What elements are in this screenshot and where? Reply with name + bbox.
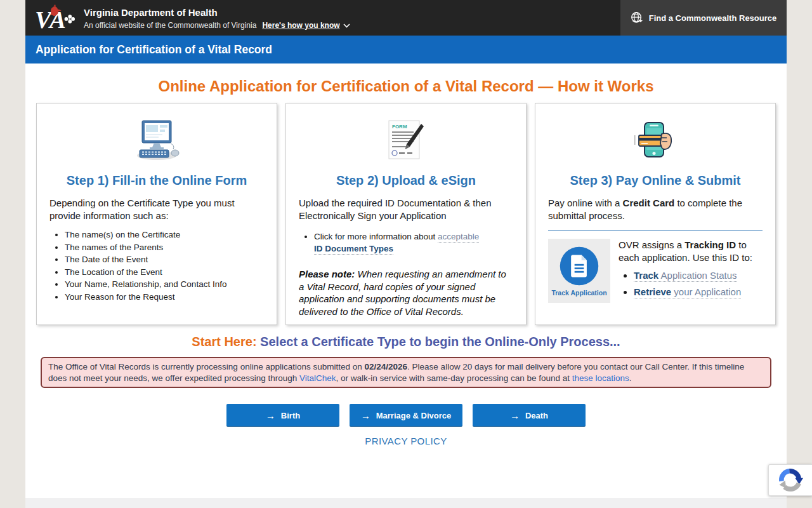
step-card-1: Step 1) Fill-in the Online Form Dependin… [36,103,277,325]
recaptcha-icon [778,467,803,493]
main-content: Online Application for Certification of … [25,64,787,498]
computer-icon [128,119,186,161]
retrieve-application-link[interactable]: Retrieve your Application [634,286,741,298]
start-here-heading: Start Here: Select a Certificate Type to… [25,335,787,349]
list-item: Track Application Status [634,270,763,281]
list-item: Your Reason for the Request [65,293,264,302]
list-item: Click for more information about accepta… [314,231,513,255]
arrow-icon: → [266,410,275,421]
step1-lead: Depending on the Certificate Type you mu… [49,197,264,222]
svg-text:FORM: FORM [392,124,407,130]
track-row: Track Application OVR assigns a Tracking… [548,239,763,303]
step3-lead: Pay online with a Credit Card to complet… [548,197,763,222]
heres-how-you-know-link[interactable]: Here's how you know [262,21,350,30]
commonwealth-resource-link[interactable]: Find a Commonwealth Resource [620,0,787,36]
tracking-links: Track Application Status Retrieve your A… [619,270,763,298]
track-document-icon [558,245,600,287]
app-header: VA Virginia Department of Health An offi… [25,0,787,36]
id-document-types-link[interactable]: ID Document Types [314,244,393,255]
globe-icon [631,11,643,24]
step3-heading: Step 3) Pay Online & Submit [548,173,763,188]
header-titles: Virginia Department of Health An officia… [84,6,350,30]
pay-online-icon [634,121,677,159]
arrow-icon: → [510,410,520,421]
step2-bullet-list: Click for more information about accepta… [299,231,513,255]
arrow-icon: → [361,410,370,421]
step2-heading: Step 2) Upload & eSign [299,173,513,188]
list-item: The names of the Parents [65,243,264,252]
step-cards: Step 1) Fill-in the Online Form Dependin… [25,96,787,325]
step1-heading: Step 1) Fill-in the Online Form [49,173,264,188]
these-locations-link[interactable]: these locations [572,373,629,383]
track-application-tile[interactable]: Track Application [548,239,610,303]
intro-rest: for Certification of a Vital Record — Ho… [292,77,654,95]
step2-lead: Upload the required ID Documentation & t… [299,197,513,222]
banner-title: Application for Certification of a Vital… [36,43,272,57]
processing-notice: The Office of Vital Records is currently… [41,357,771,388]
please-note: Please note: When requesting an amendmen… [299,268,513,318]
track-status-link[interactable]: Track Application Status [634,270,737,282]
header-left: VA Virginia Department of Health An offi… [25,0,350,36]
page-container: VA Virginia Department of Health An offi… [25,0,787,508]
intro-heading: Online Application for Certification of … [25,64,787,96]
page-banner: Application for Certification of a Vital… [25,36,787,64]
acceptable-link[interactable]: acceptable [438,232,479,243]
birth-button[interactable]: →Birth [226,404,339,427]
privacy-policy-link[interactable]: PRIVACY POLICY [25,436,787,446]
recaptcha-badge[interactable] [768,464,812,496]
step1-bullet-list: The name(s) on the Certificate The names… [49,231,264,302]
tile-label: Track Application [551,289,606,297]
list-item: Retrieve your Application [634,286,763,298]
list-item: The Date of the Event [65,255,264,264]
chevron-down-icon [343,23,350,28]
list-item: Your Name, Relationship, and Contact Inf… [65,280,264,289]
certificate-buttons: →Birth →Marriage & Divorce →Death [25,404,787,427]
step-card-3: Step 3) Pay Online & Submit Pay online w… [535,103,776,325]
vitalchek-link[interactable]: VitalChek [299,373,336,383]
step-card-2: FORM Step 2) Upload & eSign Upload [285,103,527,325]
death-button[interactable]: →Death [473,404,586,427]
va-logo-icon[interactable]: VA [35,3,75,32]
list-item: The Location of the Event [65,268,264,277]
official-site-text: An official website of the Commonwealth … [84,21,256,30]
processing-date: 02/24/2026 [365,362,408,371]
tracking-info: OVR assigns a Tracking ID to each applic… [619,239,763,264]
marriage-divorce-button[interactable]: →Marriage & Divorce [350,404,462,427]
footer-strip [25,498,787,508]
form-document-icon: FORM [388,120,424,161]
svg-text:VA: VA [35,6,66,32]
card-divider [548,231,763,231]
intro-highlight: Online Application [159,77,292,95]
agency-title: Virginia Department of Health [84,7,350,18]
list-item: The name(s) on the Certificate [65,231,264,239]
